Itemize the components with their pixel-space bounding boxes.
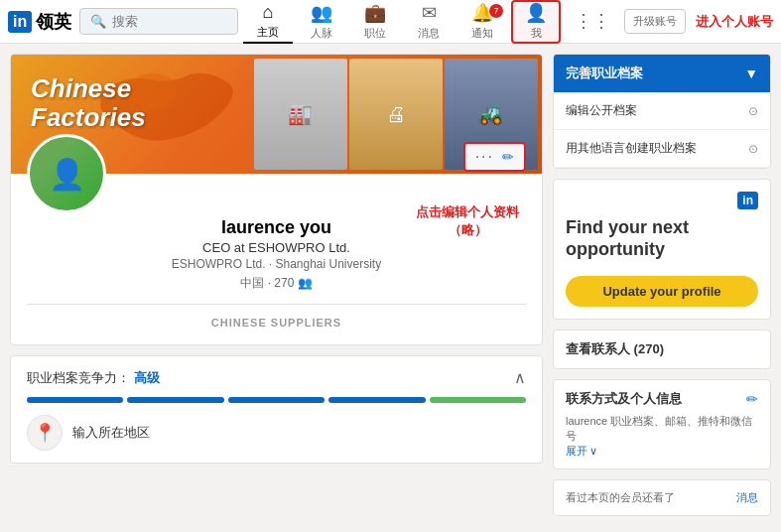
nav-messaging[interactable]: ✉ 消息 [404, 0, 454, 44]
people-icon: 👥 [311, 2, 332, 24]
profile-location: 中国 · 270 👥 [27, 275, 526, 292]
upgrade-button[interactable]: 升级账号 [624, 9, 686, 34]
more-dots[interactable]: ··· [475, 148, 494, 166]
cover-text-line2: Factories [31, 103, 146, 132]
nav-people-label: 人脉 [311, 26, 332, 41]
segment-5 [430, 397, 526, 403]
home-icon: ⌂ [263, 2, 274, 23]
strength-card: 职业档案竞争力： 高级 ∧ 📍 输入所在地区 [10, 355, 543, 464]
main-content: Chinese Factories 🏭 🖨 🚜 👤 ··· ✏ 点击编辑个人资料… [0, 44, 781, 532]
complete-profile-chevron[interactable]: ▼ [744, 66, 758, 81]
header: in 领英 🔍 ⌂ 主页 👥 人脉 💼 职位 ✉ 消息 🔔 通知 7 [0, 0, 781, 44]
avatar: 👤 [27, 134, 106, 213]
messaging-icon: ✉ [422, 2, 437, 24]
panel-item-edit-profile[interactable]: 编辑公开档案 ⊙ [554, 92, 770, 130]
complete-profile-panel: 完善职业档案 ▼ 编辑公开档案 ⊙ 用其他语言创建职业档案 ⊙ [553, 54, 771, 169]
search-icon: 🔍 [90, 14, 106, 29]
nav-notifications[interactable]: 🔔 通知 7 [457, 0, 507, 44]
also-viewed-panel: 看过本页的会员还看了 消息 [553, 479, 771, 516]
find-opportunity-panel: in Find your next opportunity Update you… [553, 179, 771, 320]
nav-home-label: 主页 [257, 25, 279, 40]
other-language-label: 用其他语言创建职业档案 [566, 140, 697, 157]
edit-actions-box: ··· ✏ [463, 142, 526, 172]
expand-label: 展开 [566, 444, 587, 459]
segment-2 [127, 397, 223, 403]
nav-jobs-label: 职位 [364, 26, 386, 41]
edit-annotation: 点击编辑个人资料（略） [413, 203, 522, 239]
edit-profile-label: 编辑公开档案 [566, 102, 637, 119]
strength-header: 职业档案竞争力： 高级 ∧ [27, 368, 526, 387]
search-bar[interactable]: 🔍 [79, 8, 238, 35]
main-nav: ⌂ 主页 👥 人脉 💼 职位 ✉ 消息 🔔 通知 7 👤 我 ⋮⋮ [243, 0, 773, 44]
strength-chevron[interactable]: ∧ [514, 368, 526, 387]
profile-section-label: CHINESE SUPPLIERS [27, 304, 526, 329]
also-viewed-action[interactable]: 消息 [736, 490, 758, 505]
cover-text-line1: Chinese [31, 74, 146, 103]
profile-title: CEO at ESHOWPRO Ltd. [27, 240, 526, 255]
nav-apps[interactable]: ⋮⋮ [565, 0, 620, 44]
nav-me[interactable]: 👤 我 [511, 0, 561, 44]
linkedin-logo-in: in [8, 11, 32, 33]
account-annotation: 进入个人账号 [696, 13, 773, 31]
edit-pencil-icon[interactable]: ✏ [502, 149, 514, 165]
find-title: Find your next opportunity [566, 217, 758, 260]
logo-area: in 领英 [8, 10, 71, 34]
jobs-icon: 💼 [364, 2, 386, 24]
linkedin-logo-text: 领英 [36, 10, 71, 34]
edit-profile-more: ⊙ [748, 104, 758, 118]
connections-panel: 查看联系人 (270) [553, 330, 771, 369]
contact-header: 联系方式及个人信息 ✏ [566, 390, 758, 408]
progress-bar [27, 397, 526, 403]
other-language-more: ⊙ [748, 142, 758, 156]
panel-item-other-language[interactable]: 用其他语言创建职业档案 ⊙ [554, 130, 770, 168]
contact-desc: laurence 职业档案、邮箱、推特和微信号 [566, 414, 758, 444]
nav-notifications-label: 通知 [471, 26, 493, 41]
strength-level: 高级 [134, 370, 160, 385]
right-column: 完善职业档案 ▼ 编辑公开档案 ⊙ 用其他语言创建职业档案 ⊙ in Find … [553, 54, 771, 526]
search-input[interactable] [112, 14, 231, 29]
location-text: 中国 · 270 [240, 276, 294, 290]
contact-edit-icon[interactable]: ✏ [746, 391, 758, 407]
nav-messaging-label: 消息 [418, 26, 440, 41]
left-column: Chinese Factories 🏭 🖨 🚜 👤 ··· ✏ 点击编辑个人资料… [10, 54, 543, 526]
contact-title: 联系方式及个人信息 [566, 390, 682, 408]
nav-notifications-wrap: 🔔 通知 7 [457, 0, 507, 44]
me-icon: 👤 [525, 2, 547, 24]
avatar-wrap: 👤 [27, 134, 106, 213]
nav-home[interactable]: ⌂ 主页 [243, 0, 293, 44]
segment-1 [27, 397, 123, 403]
location-icon: 📍 [27, 415, 63, 451]
complete-profile-title: 完善职业档案 [566, 65, 643, 82]
contact-panel: 联系方式及个人信息 ✏ laurence 职业档案、邮箱、推特和微信号 展开 ∨ [553, 379, 771, 469]
profile-card: Chinese Factories 🏭 🖨 🚜 👤 ··· ✏ 点击编辑个人资料… [10, 54, 543, 345]
location-label: 输入所在地区 [72, 424, 150, 442]
apps-icon: ⋮⋮ [575, 10, 610, 32]
contact-inner: 联系方式及个人信息 ✏ laurence 职业档案、邮箱、推特和微信号 展开 ∨ [554, 380, 770, 468]
expand-chevron: ∨ [589, 445, 597, 458]
nav-people[interactable]: 👥 人脉 [297, 0, 346, 44]
expand-link[interactable]: 展开 ∨ [566, 444, 758, 459]
find-linkedin-logo: in [737, 192, 758, 209]
connections-inner: 查看联系人 (270) [554, 331, 770, 368]
strength-label: 职业档案竞争力： 高级 [27, 369, 160, 387]
find-panel-header: in [566, 192, 758, 209]
segment-4 [328, 397, 425, 403]
cover-text: Chinese Factories [31, 74, 146, 131]
profile-sub: ESHOWPRO Ltd. · Shanghai University [27, 257, 526, 271]
location-item: 📍 输入所在地区 [27, 415, 526, 451]
also-viewed-text: 看过本页的会员还看了 [566, 490, 675, 505]
also-viewed-inner: 看过本页的会员还看了 消息 [554, 480, 770, 515]
connections-title[interactable]: 查看联系人 (270) [566, 341, 664, 356]
profile-body: 👤 ··· ✏ 点击编辑个人资料（略） laurence you CEO at … [11, 134, 542, 344]
nav-me-label: 我 [531, 26, 542, 41]
connections-icon: 👥 [298, 276, 313, 290]
complete-profile-header: 完善职业档案 ▼ [554, 55, 770, 92]
segment-3 [228, 397, 325, 403]
notifications-badge: 7 [489, 4, 503, 18]
update-profile-button[interactable]: Update your profile [566, 276, 758, 307]
nav-jobs[interactable]: 💼 职位 [350, 0, 400, 44]
